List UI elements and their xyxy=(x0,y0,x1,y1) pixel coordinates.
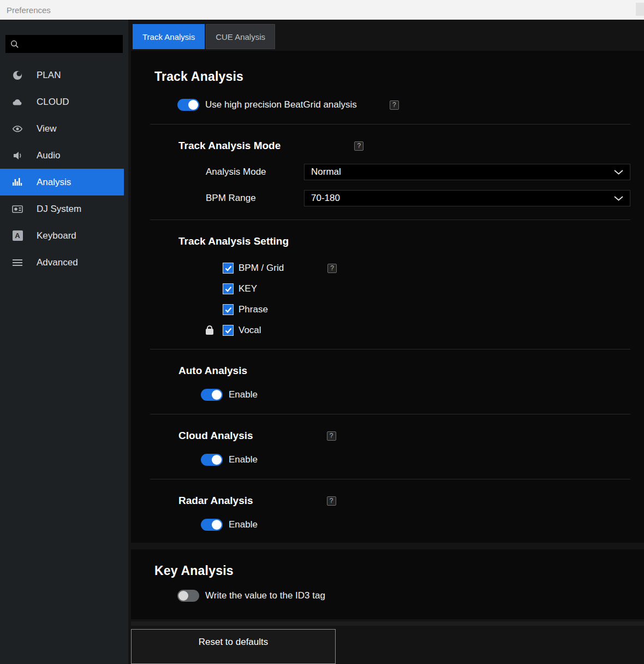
titlebar: Preferences xyxy=(0,0,644,20)
sidebar-item-label: CLOUD xyxy=(37,97,69,108)
window-title: Preferences xyxy=(7,5,51,15)
chevron-down-icon xyxy=(614,170,623,175)
plan-icon xyxy=(11,69,23,81)
help-icon[interactable]: ? xyxy=(327,496,336,506)
cloud-icon xyxy=(11,96,23,108)
divider xyxy=(150,220,630,220)
sidebar-item-keyboard[interactable]: A Keyboard xyxy=(0,222,124,249)
checkbox-label: KEY xyxy=(238,283,257,294)
sidebar-item-analysis[interactable]: Analysis xyxy=(0,169,124,195)
sidebar-item-label: PLAN xyxy=(37,70,61,81)
menu-icon xyxy=(11,257,23,269)
radar-analysis-header: Radar Analysis ? xyxy=(178,495,644,507)
bpm-grid-checkbox[interactable] xyxy=(223,263,234,274)
check-icon xyxy=(225,265,232,271)
vocal-checkbox[interactable] xyxy=(223,325,234,336)
bpm-range-select[interactable]: 70-180 xyxy=(304,190,630,206)
waveform-icon xyxy=(11,176,23,188)
analysis-mode-row: Analysis Mode Normal xyxy=(206,164,630,180)
preferences-window: Preferences PLAN xyxy=(0,0,644,664)
section-title-analysis-setting: Track Analysis Setting xyxy=(178,235,289,247)
tab-cue-analysis[interactable]: CUE Analysis xyxy=(206,24,275,49)
sidebar-item-label: Analysis xyxy=(37,177,71,188)
sidebar-item-label: Audio xyxy=(37,150,60,161)
search-icon xyxy=(10,39,19,49)
help-icon[interactable]: ? xyxy=(327,264,337,273)
cloud-analysis-toggle[interactable] xyxy=(201,454,223,466)
checkbox-row-key: KEY xyxy=(206,283,644,294)
auto-analysis-toggle[interactable] xyxy=(201,389,223,401)
lock-slot xyxy=(206,326,223,335)
sidebar: PLAN CLOUD View xyxy=(0,20,128,664)
tab-track-analysis[interactable]: Track Analysis xyxy=(133,24,205,49)
auto-analysis-toggle-row: Enable xyxy=(201,389,644,401)
eye-icon xyxy=(11,123,23,135)
divider xyxy=(150,349,630,349)
divider xyxy=(150,414,630,414)
analysis-mode-label: Analysis Mode xyxy=(206,167,304,177)
phrase-checkbox[interactable] xyxy=(223,304,234,315)
main-content: Track Analysis CUE Analysis Track Analys… xyxy=(128,20,644,664)
toggle-knob xyxy=(188,100,198,110)
checkbox-label: Vocal xyxy=(238,325,261,336)
search-box[interactable] xyxy=(5,35,123,53)
section-title-cloud-analysis: Cloud Analysis xyxy=(178,430,253,442)
keyboard-icon: A xyxy=(11,230,23,242)
sidebar-item-dj-system[interactable]: DJ System xyxy=(0,195,124,222)
bpm-range-value: 70-180 xyxy=(311,193,340,204)
bpm-range-label: BPM Range xyxy=(206,193,304,204)
toggle-knob xyxy=(178,591,188,601)
sidebar-item-cloud[interactable]: CLOUD xyxy=(0,88,124,115)
help-icon[interactable]: ? xyxy=(354,141,363,151)
id3-toggle-row: Write the value to the ID3 tag xyxy=(177,590,644,602)
cloud-analysis-header: Cloud Analysis ? xyxy=(178,430,644,442)
sidebar-item-audio[interactable]: Audio xyxy=(0,142,124,169)
toggle-knob xyxy=(212,520,222,530)
chevron-down-icon xyxy=(614,196,623,201)
tab-bar: Track Analysis CUE Analysis xyxy=(133,24,644,49)
beatgrid-toggle-row: Use high precision BeatGrid analysis ? xyxy=(177,99,644,111)
section-title-radar-analysis: Radar Analysis xyxy=(178,495,253,507)
key-checkbox[interactable] xyxy=(223,283,234,294)
sidebar-item-plan[interactable]: PLAN xyxy=(0,62,124,88)
analysis-mode-select[interactable]: Normal xyxy=(304,164,630,180)
radar-analysis-toggle-label: Enable xyxy=(229,519,258,530)
help-icon[interactable]: ? xyxy=(390,100,399,110)
id3-tag-toggle[interactable] xyxy=(177,590,199,602)
checkbox-label: Phrase xyxy=(238,304,268,315)
toggle-knob xyxy=(212,390,222,400)
footer-divider xyxy=(131,621,644,626)
section-title-analysis-mode: Track Analysis Mode xyxy=(178,140,281,152)
track-analysis-panel: Track Analysis Use high precision BeatGr… xyxy=(131,51,644,543)
checkbox-row-bpm-grid: BPM / Grid ? xyxy=(206,263,644,274)
sidebar-nav: PLAN CLOUD View xyxy=(0,62,128,276)
check-icon xyxy=(225,307,232,313)
sidebar-item-view[interactable]: View xyxy=(0,115,124,142)
divider xyxy=(150,124,630,124)
footer: Reset to defaults xyxy=(131,619,644,664)
sidebar-item-label: DJ System xyxy=(37,204,81,215)
section-title-key-analysis: Key Analysis xyxy=(154,562,644,579)
window-control-button[interactable] xyxy=(636,3,644,16)
sidebar-item-advanced[interactable]: Advanced xyxy=(0,249,124,276)
app-body: PLAN CLOUD View xyxy=(0,20,644,664)
mode-section-header: Track Analysis Mode ? xyxy=(178,140,644,152)
section-title-track-analysis: Track Analysis xyxy=(154,68,644,85)
sidebar-item-label: Keyboard xyxy=(37,230,76,241)
checkbox-row-phrase: Phrase xyxy=(206,304,644,315)
auto-analysis-toggle-label: Enable xyxy=(229,389,258,400)
checkbox-label: BPM / Grid xyxy=(238,263,284,274)
cloud-analysis-toggle-row: Enable xyxy=(201,454,644,466)
beatgrid-toggle[interactable] xyxy=(177,99,199,111)
bpm-range-row: BPM Range 70-180 xyxy=(206,190,630,206)
section-title-auto-analysis: Auto Analysis xyxy=(178,365,247,377)
id3-tag-toggle-label: Write the value to the ID3 tag xyxy=(205,590,325,601)
check-icon xyxy=(225,328,232,334)
radar-analysis-toggle[interactable] xyxy=(201,519,223,531)
toggle-knob xyxy=(212,455,222,465)
sidebar-item-label: Advanced xyxy=(37,257,78,268)
help-icon[interactable]: ? xyxy=(327,431,336,441)
speaker-icon xyxy=(11,150,23,162)
reset-to-defaults-button[interactable]: Reset to defaults xyxy=(131,629,336,664)
search-input[interactable] xyxy=(22,39,123,49)
